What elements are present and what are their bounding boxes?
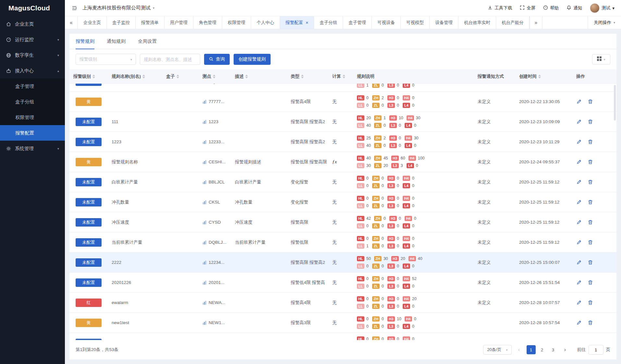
edit-button[interactable] — [576, 179, 582, 185]
table-row[interactable]: 未配置白班累计产量BBLJCL白班累计产量变化报警无HL0ZH0H30H40LL… — [69, 172, 616, 192]
company-selector[interactable]: 上海麦杰科技股份有限公司测试 ▾ — [82, 5, 154, 11]
delete-button[interactable] — [588, 99, 593, 104]
user-menu[interactable]: 测试 ▾ — [590, 3, 615, 13]
edit-button[interactable] — [576, 99, 582, 104]
help-button[interactable]: ? 帮助 — [543, 5, 559, 11]
tab-设备管理[interactable]: 设备管理 — [430, 16, 458, 29]
delete-button[interactable] — [588, 280, 593, 285]
column-header-name[interactable]: 规则名称(别名) — [108, 74, 162, 79]
delete-button[interactable] — [588, 300, 593, 305]
delete-button[interactable] — [588, 119, 593, 124]
edit-button[interactable] — [576, 219, 582, 225]
delete-button[interactable] — [588, 320, 593, 325]
column-header-box[interactable]: 盒子 — [162, 74, 199, 79]
delete-button[interactable] — [588, 199, 593, 205]
sort-icon[interactable] — [343, 75, 345, 78]
page-number-2[interactable]: 2 — [538, 345, 547, 354]
page-number-3[interactable]: 3 — [549, 345, 558, 354]
tab-盒子管理[interactable]: 盒子管理 — [343, 16, 372, 29]
page-size-select[interactable]: 20条/页 ▾ — [483, 345, 511, 355]
table-row[interactable]: 未配置冲压速度CYSD冲压速度报警高限无HL42ZH0H30H40LL0ZL0L… — [69, 212, 616, 232]
edit-button[interactable] — [576, 320, 582, 325]
edit-button[interactable] — [576, 139, 582, 145]
table-row[interactable]: 未配置当前班累计产量DQBLJ...当前班累计产量报警低限无HL0ZH0H30H… — [69, 232, 616, 252]
table-row[interactable]: 未配置HL0ZH0H30H40LL0ZL0L30L40 — [69, 333, 616, 340]
edit-button[interactable] — [576, 300, 582, 305]
sidebar-item-system-management[interactable]: 系统管理 ▾ — [0, 141, 65, 156]
tab-notify-rules[interactable]: 通知规则 — [107, 34, 126, 49]
keyword-input[interactable] — [140, 54, 200, 65]
column-header-level[interactable]: 报警级别 — [69, 74, 108, 79]
tab-盒子分组[interactable]: 盒子分组 — [314, 16, 343, 29]
tab-可视设备[interactable]: 可视设备 — [372, 16, 401, 29]
table-row[interactable]: 未配置2020122620201...报警低4限 报警高无HL0ZH0H30H4… — [69, 273, 616, 293]
tab-企业主页[interactable]: 企业主页 — [78, 16, 107, 29]
tab-global-settings[interactable]: 全局设置 — [138, 34, 157, 49]
sidebar-item-box-group[interactable]: 盒子分组 — [0, 94, 65, 110]
tab-个人中心[interactable]: 个人中心 — [251, 16, 280, 29]
tab-alarm-rules[interactable]: 报警规则 — [76, 34, 94, 49]
sidebar-item-run-monitor[interactable]: 运行监控 ▾ — [0, 32, 65, 47]
sort-icon[interactable] — [538, 75, 541, 78]
delete-button[interactable] — [588, 139, 593, 145]
delete-button[interactable] — [588, 260, 593, 265]
tab-用户管理[interactable]: 用户管理 — [164, 16, 193, 29]
delete-button[interactable] — [588, 179, 593, 185]
edit-button[interactable] — [576, 159, 582, 165]
edit-button[interactable] — [576, 260, 582, 265]
table-row[interactable]: 未配置当前班累计产量DQBLJ...当前班累计产量报警低限无HL0ZH0H30H… — [69, 84, 616, 92]
column-header-calc[interactable]: 计算 — [328, 74, 353, 79]
table-row[interactable]: 未配置222212234...报警高限 报警高2无HL50ZH30H320H44… — [69, 252, 616, 273]
tools-download-button[interactable]: 工具下载 — [488, 5, 512, 11]
scrollbar[interactable] — [614, 85, 616, 121]
prev-page-button[interactable]: ‹ — [515, 345, 523, 354]
tab-机台效率实时[interactable]: 机台效率实时 — [458, 16, 496, 29]
tab-机台产能分[interactable]: 机台产能分 — [496, 16, 530, 29]
tab-报警配置[interactable]: 报警配置× — [280, 16, 314, 29]
table-row[interactable]: 黄77777...报警高4限无HL0ZH2H30H40LL0ZL0L30L40未… — [69, 92, 616, 112]
tab-报警清单[interactable]: 报警清单 — [136, 16, 164, 29]
delete-button[interactable] — [588, 84, 593, 84]
tab-close-icon[interactable]: × — [306, 20, 308, 25]
table-row[interactable]: 未配置122312233...报警高限 报警高2无HL25ZH2H30H430L… — [69, 132, 616, 152]
delete-button[interactable] — [588, 159, 593, 165]
delete-button[interactable] — [588, 219, 593, 225]
tab-盒子监控[interactable]: 盒子监控 — [107, 16, 136, 29]
edit-button[interactable] — [576, 199, 582, 205]
close-operations-menu[interactable]: 关闭操作 ▾ — [588, 16, 621, 29]
table-row[interactable]: 黄new1testNEW1...报警高3限无HL0ZH0H310H40LL0ZL… — [69, 313, 616, 333]
edit-button[interactable] — [576, 280, 582, 285]
goto-page-input[interactable] — [589, 345, 603, 355]
sort-icon[interactable] — [177, 75, 179, 78]
next-page-button[interactable]: › — [561, 345, 569, 354]
sidebar-item-access-hub[interactable]: 接入中心 ▴ — [0, 63, 65, 78]
sidebar-item-permission-management[interactable]: 权限管理 — [0, 110, 65, 125]
table-row[interactable]: 黄报警规则名称CESHI...报警规则描述报警低限 报警高限ƒxHL40ZH45… — [69, 152, 616, 172]
fullscreen-button[interactable]: 全屏 — [520, 5, 535, 11]
search-button[interactable]: 查询 — [204, 54, 230, 65]
column-header-type[interactable]: 类型 — [287, 74, 328, 79]
page-number-1[interactable]: 1 — [527, 345, 536, 354]
tab-权限管理[interactable]: 权限管理 — [222, 16, 251, 29]
sort-icon[interactable] — [92, 75, 95, 78]
notification-button[interactable]: 通知 — [566, 5, 582, 11]
column-settings-button[interactable]: ▾ — [592, 54, 610, 65]
table-row[interactable]: 红ewalarmNEWA...报警高4限无HL0ZH0H30H420LL0ZL0… — [69, 293, 616, 313]
edit-button[interactable] — [576, 240, 582, 245]
column-header-created[interactable]: 创建时间 — [515, 74, 572, 79]
sidebar-item-alarm-config[interactable]: 报警配置 — [0, 125, 65, 141]
edit-button[interactable] — [576, 119, 582, 124]
sidebar-collapse-icon[interactable] — [71, 5, 77, 11]
sort-icon[interactable] — [213, 75, 215, 78]
tab-角色管理[interactable]: 角色管理 — [193, 16, 222, 29]
sort-icon[interactable] — [142, 75, 145, 78]
create-rule-button[interactable]: 创建报警规则 — [234, 54, 271, 65]
sort-icon[interactable] — [245, 75, 248, 78]
sidebar-item-box-management[interactable]: 盒子管理 — [0, 78, 65, 94]
column-header-desc[interactable]: 描述 — [231, 74, 287, 79]
tab-可视模型[interactable]: 可视模型 — [401, 16, 430, 29]
sort-icon[interactable] — [301, 75, 304, 78]
delete-button[interactable] — [588, 240, 593, 245]
tabs-scroll-left-button[interactable]: « — [65, 16, 78, 29]
edit-button[interactable] — [576, 84, 582, 84]
